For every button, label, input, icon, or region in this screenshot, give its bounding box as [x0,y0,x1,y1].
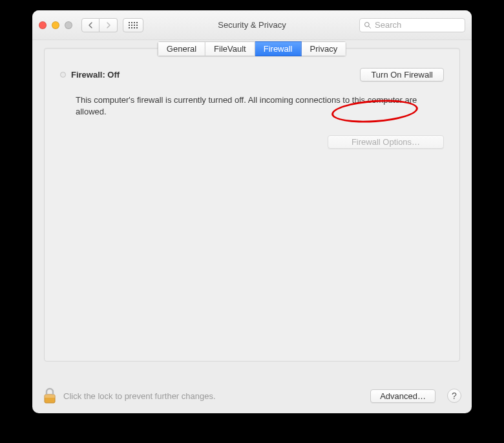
nav-buttons [81,18,118,32]
search-field[interactable] [359,18,465,32]
firewall-status-row: Firewall: Off Turn On Firewall [60,68,444,81]
tab-general[interactable]: General [158,41,205,56]
search-icon [364,21,372,29]
turn-on-firewall-button[interactable]: Turn On Firewall [360,68,444,81]
footer: Click the lock to prevent further change… [32,378,472,413]
firewall-status-label: Firewall: Off [71,70,355,80]
lock-hint-text: Click the lock to prevent further change… [63,391,364,401]
svg-rect-3 [45,394,55,398]
zoom-window-button[interactable] [65,21,72,29]
help-button[interactable]: ? [447,389,461,403]
lock-icon[interactable] [43,387,57,404]
content-area: General FileVault Firewall Privacy Firew… [32,40,472,378]
grid-icon [129,22,138,28]
close-window-button[interactable] [39,21,47,29]
firewall-pane: Firewall: Off Turn On Firewall This comp… [45,49,459,160]
firewall-options-button[interactable]: Firewall Options… [328,135,444,149]
svg-line-1 [369,26,371,28]
status-indicator-icon [60,72,66,78]
titlebar: Security & Privacy [32,10,472,40]
tab-filevault[interactable]: FileVault [205,41,255,56]
forward-button[interactable] [100,18,118,32]
tab-bar: General FileVault Firewall Privacy [158,41,346,56]
main-panel: General FileVault Firewall Privacy Firew… [44,48,460,362]
firewall-options-row: Firewall Options… [60,135,444,149]
tab-privacy[interactable]: Privacy [302,41,347,56]
window-controls [39,21,72,29]
firewall-description: This computer's firewall is currently tu… [76,94,437,117]
minimize-window-button[interactable] [52,21,59,29]
advanced-button[interactable]: Advanced… [370,389,436,403]
chevron-right-icon [105,22,111,28]
preferences-window: Security & Privacy General FileVault Fir… [32,10,472,413]
search-input[interactable] [375,20,461,30]
show-all-button[interactable] [123,18,143,32]
back-button[interactable] [81,18,100,32]
tab-firewall[interactable]: Firewall [255,41,302,56]
chevron-left-icon [88,22,94,28]
